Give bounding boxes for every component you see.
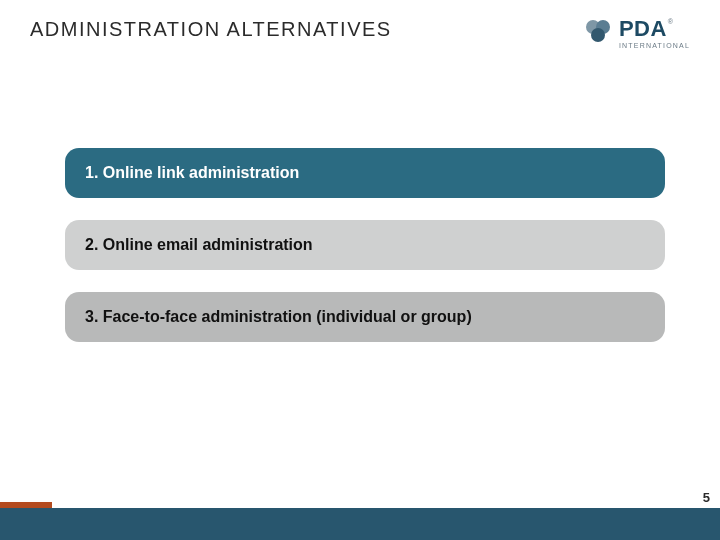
- page-title: ADMINISTRATION ALTERNATIVES: [30, 18, 392, 41]
- content-list: 1. Online link administration 2. Online …: [65, 148, 665, 364]
- page-number: 5: [703, 490, 710, 505]
- logo-name: PDA: [619, 16, 667, 41]
- list-item: 3. Face-to-face administration (individu…: [65, 292, 665, 342]
- pda-logo-icon: [583, 18, 613, 44]
- header: ADMINISTRATION ALTERNATIVES PDA® INTERNA…: [30, 18, 690, 49]
- svg-point-2: [591, 28, 605, 42]
- list-item-label: 3. Face-to-face administration (individu…: [85, 308, 472, 325]
- logo-text: PDA® INTERNATIONAL: [619, 18, 690, 49]
- list-item: 1. Online link administration: [65, 148, 665, 198]
- list-item-label: 1. Online link administration: [85, 164, 299, 181]
- logo-subtext: INTERNATIONAL: [619, 42, 690, 49]
- list-item: 2. Online email administration: [65, 220, 665, 270]
- list-item-label: 2. Online email administration: [85, 236, 313, 253]
- registered-icon: ®: [668, 18, 673, 25]
- footer-bar: [0, 508, 720, 540]
- logo: PDA® INTERNATIONAL: [583, 18, 690, 49]
- slide: ADMINISTRATION ALTERNATIVES PDA® INTERNA…: [0, 0, 720, 540]
